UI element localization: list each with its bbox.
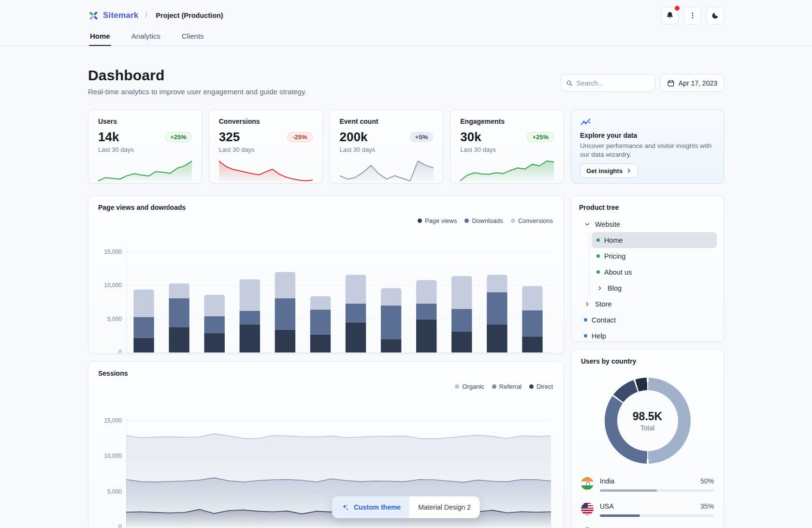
sessions-chart-legend: OrganicReferralDirect [455,383,553,390]
bar-chart-canvas: 05,00010,00015,000JanFebMarAprMayJunJulA… [98,241,554,354]
tab-analytics[interactable]: Analytics [130,28,161,45]
stat-card-users[interactable]: Users14k+25%Last 30 days [88,109,202,184]
tree-item-label: Store [595,300,612,308]
tree-item-label: Contact [592,316,616,324]
more-options-button[interactable] [683,7,701,25]
svg-text:15,000: 15,000 [104,249,122,255]
breadcrumb-current: Project (Production) [156,12,223,19]
svg-text:5,000: 5,000 [107,316,122,323]
usa-flag-icon [581,502,594,515]
stat-card-engagements[interactable]: Engagements30k+25%Last 30 days [450,109,564,184]
product-tree-card: Product tree WebsiteHomePricingAbout usB… [571,195,724,342]
custom-theme-label: Custom theme [354,503,401,511]
explore-your-data-card: Explore your dataUncover performance and… [571,109,724,184]
green-dot-icon [596,254,600,258]
get-insights-button[interactable]: Get insights [580,163,638,178]
sessions-chart-card: Sessions OrganicReferralDirect 05,00010,… [88,361,564,528]
blue-dot-icon [584,318,587,322]
donut-total-value: 98.5K [633,410,662,423]
search-input[interactable] [577,79,650,87]
tree-children-website: HomePricingAbout usBlog [589,232,717,296]
page-subtitle: Real-time analytics to improve user enga… [88,88,306,96]
stat-title: Users [98,117,192,125]
tree-item-store[interactable]: Store [579,296,717,312]
tree-item-label: About us [604,268,632,276]
sparkline-chart [460,157,554,183]
country-list: India 50% USA 35% Brazil 10% [581,477,714,528]
country-name: India [600,477,614,485]
date-picker-button[interactable]: Apr 17, 2023 [660,74,724,92]
bell-icon [666,11,674,20]
svg-text:0: 0 [118,524,122,528]
stat-caption: Last 30 days [340,146,434,153]
app-header: Sitemark / Project (Production) [0,0,812,46]
legend-item-downloads: Downloads [464,217,503,224]
legend-label: Downloads [472,217,503,224]
stat-card-event-count[interactable]: Event count200k+5%Last 30 days [330,109,444,184]
chevron-right-icon [626,168,632,174]
legend-label: Organic [462,383,484,390]
tree-item-about-us[interactable]: About us [592,264,717,280]
legend-dot [511,219,515,223]
stat-title: Conversions [219,117,313,125]
theme-switcher-toolbar: Custom theme Material Design 2 [332,496,480,518]
tree-item-contact[interactable]: Contact [579,312,717,328]
sparkle-icon [341,503,349,512]
tab-clients[interactable]: Clients [181,28,205,45]
tree-item-label: Help [592,332,606,340]
sessions-chart-canvas: 05,00010,00015,000Apr 5Apr 10Apr 15Apr 2… [98,410,554,528]
users-by-country-donut-chart: 98.5K Total [605,378,691,464]
material-design-2-button[interactable]: Material Design 2 [409,497,479,518]
tree-item-home[interactable]: Home [592,232,717,248]
tree-item-pricing[interactable]: Pricing [592,248,717,264]
country-progress-track [600,514,714,517]
product-tree-title: Product tree [579,204,717,211]
notifications-button[interactable] [661,7,679,25]
users-by-country-card: Users by country 98.5K Total India 50% [571,349,724,528]
svg-text:10,000: 10,000 [104,453,122,459]
tree-item-label: Blog [608,284,622,292]
legend-item-organic: Organic [455,383,484,390]
legend-dot [455,384,459,389]
svg-text:0: 0 [118,349,122,354]
stat-caption: Last 30 days [460,146,554,153]
legend-label: Direct [536,383,553,390]
stat-caption: Last 30 days [98,146,192,153]
main-tabs: HomeAnalyticsClients [88,28,724,45]
trend-badge: +5% [410,132,433,142]
chart-title: Page views and downloads [98,204,554,211]
trend-badge: +25% [527,132,554,142]
dark-mode-toggle-button[interactable] [706,7,724,25]
trend-badge: +25% [165,132,192,142]
country-name: USA [600,502,614,510]
country-progress-fill [600,514,640,517]
tab-home[interactable]: Home [89,28,111,45]
search-input-wrap [561,74,655,92]
tree-item-website[interactable]: Website [579,216,717,232]
stat-card-conversions[interactable]: Conversions325-25%Last 30 days [209,109,323,184]
legend-item-conversions: Conversions [511,217,553,224]
chevron-right-icon [596,285,603,292]
sparkline-chart [340,157,434,183]
legend-dot [529,384,534,389]
tree-item-blog[interactable]: Blog [592,280,717,296]
stat-value: 200k [340,130,368,145]
legend-label: Conversions [518,217,553,224]
breadcrumb-separator: / [145,12,147,19]
svg-text:10,000: 10,000 [104,282,122,289]
country-percent: 35% [700,502,714,510]
page-title: Dashboard [88,67,306,84]
green-dot-icon [596,270,600,274]
tree-item-help[interactable]: Help [579,328,717,344]
chevron-down-icon [584,221,591,228]
legend-item-direct: Direct [529,383,553,390]
brand-name[interactable]: Sitemark [103,11,138,20]
explore-title: Explore your data [580,132,715,139]
legend-label: Referral [499,383,522,390]
custom-theme-button[interactable]: Custom theme [333,497,409,518]
stat-title: Engagements [460,117,554,125]
country-progress-track [600,489,714,492]
breadcrumb: Sitemark / Project (Production) [88,10,223,21]
calendar-icon [667,79,675,87]
kebab-menu-icon [689,12,696,19]
